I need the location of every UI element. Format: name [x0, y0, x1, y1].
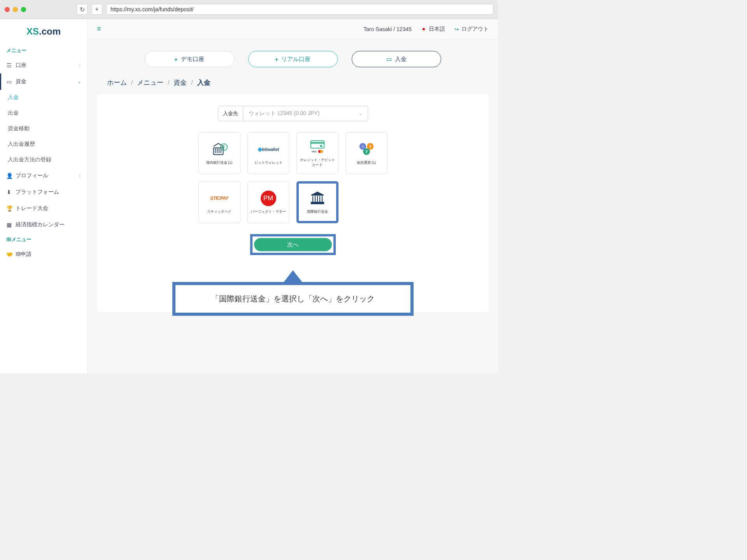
- separator: /: [191, 79, 193, 86]
- payment-method-grid: 国内銀行送金 (1) ◆bitwallet ビットウォレット VISA クレジッ…: [188, 132, 398, 223]
- language-label: 日本語: [429, 26, 445, 33]
- user-icon: 👤: [6, 173, 12, 179]
- url-bar[interactable]: https://my.xs.com/ja/funds/deposit/: [106, 4, 493, 15]
- method-bitwallet[interactable]: ◆bitwallet ビットウォレット: [247, 132, 289, 174]
- handshake-icon: 🤝: [6, 251, 12, 257]
- breadcrumb-home[interactable]: ホーム: [107, 79, 127, 86]
- reload-button[interactable]: ↻: [77, 4, 88, 15]
- hamburger-icon[interactable]: ≡: [97, 25, 101, 33]
- new-tab-button[interactable]: +: [91, 4, 102, 15]
- sidebar-item-label: 口座: [16, 62, 26, 69]
- method-credit-card[interactable]: VISA クレジット・デビットカード: [296, 132, 338, 174]
- deposit-destination-value: ウォレット 12345 (0.00 JPY): [249, 110, 320, 117]
- sidebar-sub-history[interactable]: 入出金履歴: [0, 136, 87, 152]
- callout-text: 「国際銀行送金」を選択し「次へ」をクリック: [172, 282, 414, 316]
- bank-intl-icon: [308, 191, 327, 206]
- language-selector[interactable]: 日本語: [421, 26, 445, 33]
- logout-icon: ↪: [454, 26, 459, 32]
- svg-rect-6: [310, 141, 324, 148]
- sidebar-item-funds[interactable]: ▭ 資金 ⌄: [0, 74, 87, 90]
- method-label: 国際銀行送金: [307, 209, 328, 214]
- sidebar-item-accounts[interactable]: ☲ 口座 〈: [0, 57, 87, 74]
- sidebar-sub-register[interactable]: 入出金方法の登録: [0, 152, 87, 168]
- method-label: 仮想通貨 (1): [357, 160, 376, 165]
- sidebar-item-label: 経済指標カレンダー: [16, 221, 65, 228]
- download-icon: ⬇: [6, 189, 12, 195]
- bank-domestic-icon: [210, 142, 229, 157]
- perfect-money-icon: PM: [259, 191, 278, 206]
- sidebar-item-contest[interactable]: 🏆 トレード大会: [0, 200, 87, 217]
- sidebar-sub-deposit[interactable]: 入金: [0, 90, 87, 105]
- method-perfect-money[interactable]: PM パーフェクト・マネー: [247, 181, 289, 223]
- traffic-lights: [5, 7, 26, 12]
- sidebar-item-label: 資金: [16, 78, 26, 85]
- chevron-down-icon: ⌄: [359, 111, 362, 116]
- svg-rect-23: [311, 202, 324, 204]
- method-bank-intl[interactable]: 国際銀行送金: [296, 181, 338, 223]
- sticpay-icon: STICPAY: [210, 191, 229, 206]
- list-icon: ☲: [6, 62, 12, 68]
- svg-point-8: [320, 145, 322, 147]
- next-highlight-box: 次へ: [250, 234, 336, 255]
- card-icon: ▭: [386, 56, 392, 63]
- sidebar-sub-transfer[interactable]: 資金移動: [0, 121, 87, 136]
- separator: /: [168, 79, 170, 86]
- sidebar-item-platform[interactable]: ⬇ プラットフォーム: [0, 184, 87, 200]
- separator: /: [131, 79, 133, 86]
- instruction-callout: 「国際銀行送金」を選択し「次へ」をクリック: [172, 268, 414, 316]
- svg-text:Ξ: Ξ: [361, 144, 364, 149]
- breadcrumb: ホーム / メニュー / 資金 / 入金: [88, 74, 498, 94]
- crypto-icon: Ξ₿₮: [357, 142, 376, 157]
- deposit-button[interactable]: ▭ 入金: [352, 51, 441, 67]
- real-label: リアル口座: [281, 56, 310, 63]
- logo-xs: XS: [26, 26, 39, 37]
- chevron-down-icon: ⌄: [77, 79, 81, 84]
- svg-text:₮: ₮: [365, 149, 368, 154]
- callout-arrow-icon: [282, 270, 304, 284]
- sidebar-sub-withdraw[interactable]: 出金: [0, 105, 87, 121]
- svg-text:VISA: VISA: [311, 150, 316, 153]
- close-window[interactable]: [5, 7, 10, 12]
- method-label: クレジット・デビットカード: [300, 158, 335, 168]
- credit-card-icon: VISA: [308, 139, 327, 154]
- user-info[interactable]: Taro Sasaki / 12345: [363, 26, 412, 32]
- action-row: + デモ口座 + リアル口座 ▭ 入金: [88, 39, 498, 74]
- menu-section-label: メニュー: [0, 44, 87, 57]
- sidebar: XS.com メニュー ☲ 口座 〈 ▭ 資金 ⌄ 入金 出金 資金移動 入出金…: [0, 19, 88, 373]
- sidebar-item-label: プラットフォーム: [16, 189, 59, 196]
- main-area: ≡ Taro Sasaki / 12345 日本語 ↪ ログアウト + デモ口座…: [88, 19, 498, 373]
- trophy-icon: 🏆: [6, 205, 12, 212]
- breadcrumb-menu[interactable]: メニュー: [137, 79, 163, 86]
- logo[interactable]: XS.com: [0, 24, 87, 44]
- method-sticpay[interactable]: STICPAY スティックペイ: [198, 181, 240, 223]
- sidebar-item-calendar[interactable]: ▦ 経済指標カレンダー: [0, 217, 87, 233]
- next-button[interactable]: 次へ: [254, 238, 332, 251]
- bitwallet-icon: ◆bitwallet: [259, 142, 278, 157]
- browser-chrome: ↻ + https://my.xs.com/ja/funds/deposit/: [0, 0, 498, 19]
- topbar: ≡ Taro Sasaki / 12345 日本語 ↪ ログアウト: [88, 19, 498, 39]
- sidebar-item-ib-apply[interactable]: 🤝 IB申請: [0, 246, 87, 262]
- deposit-destination-select[interactable]: ウォレット 12345 (0.00 JPY) ⌄: [243, 106, 368, 121]
- logo-dotcom: .com: [39, 26, 61, 37]
- method-label: 国内銀行送金 (1): [206, 160, 233, 165]
- minimize-window[interactable]: [13, 7, 18, 12]
- maximize-window[interactable]: [21, 7, 26, 12]
- sidebar-item-label: IB申請: [16, 251, 32, 258]
- content-card: 入金先 ウォレット 12345 (0.00 JPY) ⌄ 国内銀行送金 (1): [97, 94, 489, 312]
- real-account-button[interactable]: + リアル口座: [248, 51, 338, 67]
- plus-icon: +: [275, 56, 279, 63]
- method-crypto[interactable]: Ξ₿₮ 仮想通貨 (1): [345, 132, 388, 174]
- method-label: スティックペイ: [207, 209, 231, 214]
- method-bank-domestic[interactable]: 国内銀行送金 (1): [198, 132, 240, 174]
- breadcrumb-funds[interactable]: 資金: [174, 79, 187, 86]
- logout-button[interactable]: ↪ ログアウト: [454, 26, 489, 33]
- ib-section-label: IBメニュー: [0, 233, 87, 246]
- deposit-label: 入金: [395, 56, 407, 63]
- deposit-destination-row: 入金先 ウォレット 12345 (0.00 JPY) ⌄: [106, 106, 479, 121]
- logout-label: ログアウト: [461, 26, 489, 33]
- sidebar-item-profile[interactable]: 👤 プロフィール 〈: [0, 168, 87, 184]
- chevron-left-icon: 〈: [77, 63, 81, 68]
- demo-account-button[interactable]: + デモ口座: [145, 51, 234, 67]
- svg-text:₿: ₿: [369, 144, 371, 149]
- svg-point-11: [320, 150, 323, 153]
